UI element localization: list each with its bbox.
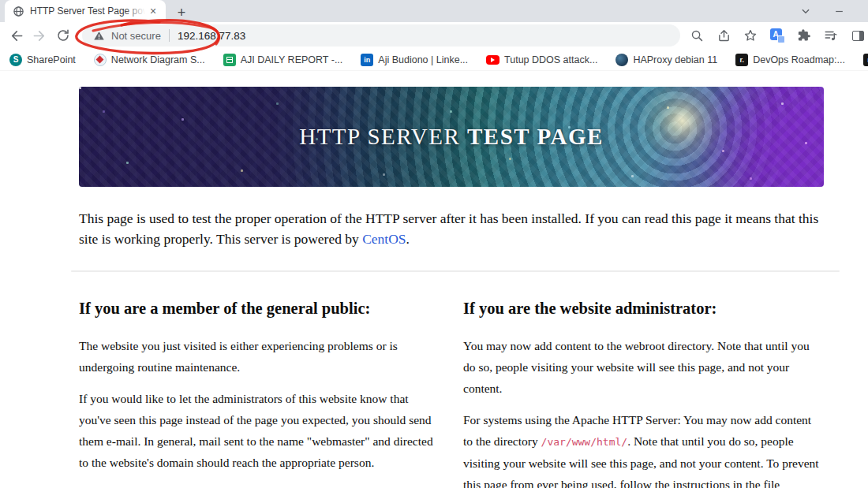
maximize-icon[interactable] bbox=[860, 0, 868, 22]
horizontal-rule bbox=[71, 270, 840, 272]
tab-strip: HTTP Server Test Page powered × + bbox=[0, 0, 868, 22]
text-run: The website you just visited is either e… bbox=[79, 339, 398, 374]
public-paragraph: The website you just visited is either e… bbox=[79, 335, 440, 378]
forward-icon[interactable] bbox=[28, 24, 51, 47]
address-bar[interactable]: Not secure 192.168.77.83 bbox=[82, 24, 680, 47]
page-title: HTTP SERVER TEST PAGE bbox=[299, 124, 604, 150]
side-panel-icon[interactable] bbox=[847, 25, 868, 46]
bookmark-docker-roadmap[interactable]: r. Docker Roadmap -... bbox=[863, 54, 868, 66]
not-secure-label[interactable]: Not secure bbox=[111, 30, 161, 42]
bookmark-star-icon[interactable] bbox=[740, 25, 761, 46]
public-column: If you are a member of the general publi… bbox=[79, 293, 440, 488]
bookmark-haproxy[interactable]: HAProxy debian 11 bbox=[615, 54, 717, 66]
omnibox-divider bbox=[169, 29, 170, 42]
roadmap-icon: r. bbox=[863, 54, 868, 66]
text-run: . bbox=[406, 231, 410, 247]
url-text[interactable]: 192.168.77.83 bbox=[178, 30, 245, 42]
public-paragraph: If you would like to let the administrat… bbox=[79, 388, 440, 473]
extensions-puzzle-icon[interactable] bbox=[794, 25, 814, 46]
translate-icon[interactable]: A bbox=[767, 25, 788, 46]
text-run: You may now add content to the webroot d… bbox=[463, 339, 810, 395]
back-icon[interactable] bbox=[5, 24, 27, 47]
intro-paragraph: This page is used to test the proper ope… bbox=[79, 208, 824, 249]
public-paragraph: For example, if you experienced problems… bbox=[79, 483, 440, 488]
admin-paragraph: You may now add content to the webroot d… bbox=[463, 335, 824, 399]
text-run: This page is used to test the proper ope… bbox=[79, 210, 818, 247]
new-tab-button[interactable]: + bbox=[172, 3, 191, 22]
test-page-banner: HTTP SERVER TEST PAGE bbox=[79, 87, 824, 187]
playlist-icon[interactable] bbox=[821, 25, 841, 46]
share-icon[interactable] bbox=[713, 25, 734, 46]
text-run: If you would like to let the administrat… bbox=[79, 392, 433, 469]
google-sheets-icon bbox=[223, 54, 236, 66]
public-heading: If you are a member of the general publi… bbox=[79, 300, 440, 318]
content-columns: If you are a member of the general publi… bbox=[79, 293, 824, 488]
bookmarks-bar: S SharePoint Network Diagram S... AJI DA… bbox=[0, 49, 868, 71]
linkedin-icon: in bbox=[361, 54, 373, 66]
browser-window: HTTP Server Test Page powered × + Not se… bbox=[0, 0, 868, 488]
haproxy-icon bbox=[615, 54, 628, 66]
admin-column: If you are the website administrator: Yo… bbox=[463, 293, 824, 488]
network-diagram-icon bbox=[94, 54, 107, 66]
roadmap-icon: r. bbox=[735, 54, 748, 66]
search-icon[interactable] bbox=[687, 25, 707, 46]
globe-icon bbox=[13, 6, 24, 17]
warning-triangle-icon[interactable] bbox=[93, 30, 105, 42]
toolbar-actions: A bbox=[687, 25, 868, 46]
reload-icon[interactable] bbox=[52, 24, 74, 47]
bookmark-network-diagram[interactable]: Network Diagram S... bbox=[94, 54, 205, 66]
browser-toolbar: Not secure 192.168.77.83 A bbox=[0, 22, 868, 49]
browser-tab[interactable]: HTTP Server Test Page powered × bbox=[5, 0, 166, 22]
bookmark-youtube[interactable]: Tutup DDOS attack... bbox=[486, 54, 597, 65]
bookmark-linkedin[interactable]: in Aji Budiono | Linke... bbox=[361, 54, 468, 66]
bookmark-sharepoint[interactable]: S SharePoint bbox=[9, 54, 76, 66]
minimize-icon[interactable] bbox=[827, 0, 851, 22]
tab-close-icon[interactable]: × bbox=[147, 5, 159, 17]
inline-link[interactable]: CentOS bbox=[362, 231, 406, 247]
bookmark-devops-roadmap[interactable]: r. DevOps Roadmap:... bbox=[735, 54, 845, 66]
tab-title-fade bbox=[125, 3, 145, 19]
youtube-icon bbox=[486, 55, 499, 65]
sharepoint-icon: S bbox=[9, 54, 22, 66]
tab-search-chevron-icon[interactable] bbox=[794, 0, 817, 22]
admin-heading: If you are the website administrator: bbox=[463, 300, 824, 318]
text-run: /var/www/html/ bbox=[541, 436, 628, 448]
bookmark-daily-report[interactable]: AJI DAILY REPORT -... bbox=[223, 54, 343, 66]
admin-paragraph: For systems using the Apache HTTP Server… bbox=[463, 409, 824, 488]
